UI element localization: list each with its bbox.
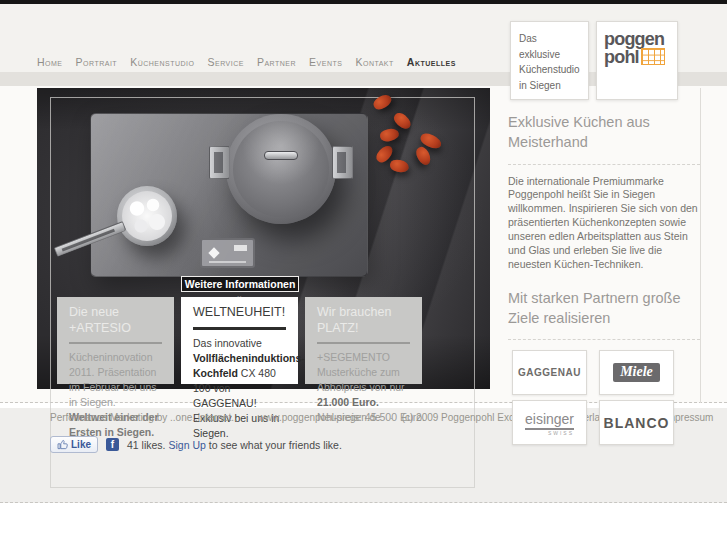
teaser-body: +SEGEMENTO Musterküche zum Abholpreis vo…	[317, 351, 405, 393]
blanco-logo: BLANCO	[604, 415, 670, 431]
teaser-rule	[69, 342, 162, 344]
eisinger-swiss-label: swiss	[525, 430, 574, 436]
likes-suffix-text: to see what your friends like.	[209, 439, 342, 451]
pepper-icon	[371, 92, 393, 112]
pepper-icon	[389, 158, 410, 173]
facebook-bar: Like f 41 likes. Sign Up to see what you…	[50, 436, 342, 453]
teaser-title: Die neue +ARTESIO	[69, 305, 162, 336]
teaser-title: WELTNEUHEIT!	[193, 305, 286, 321]
pot-lid-handle	[264, 151, 298, 160]
page: Home Portrait Küchenstudio Service Partn…	[0, 0, 727, 545]
nav-item-events[interactable]: Events	[309, 56, 342, 68]
footer-link-agency[interactable]: Performance Marketing by ..one..internet…	[50, 412, 237, 423]
facebook-icon[interactable]: f	[106, 438, 119, 451]
facebook-like-button[interactable]: Like	[50, 436, 98, 453]
logo-word-poggen: poggen	[604, 31, 670, 48]
pot-lid	[233, 121, 329, 217]
boiling-water	[122, 191, 172, 241]
teaser-artesio[interactable]: Die neue +ARTESIO Kücheninnovation 2011.…	[57, 297, 174, 384]
footer-separator: ·	[246, 413, 249, 423]
nav-item-kuechenstudio[interactable]: Küchenstudio	[130, 56, 194, 68]
thumbs-up-icon	[57, 439, 68, 450]
teaser-platz[interactable]: Wir brauchen PLATZ! +SEGEMENTO Musterküc…	[305, 297, 422, 384]
likes-count-text: 41 likes.	[127, 439, 166, 451]
pepper-icon	[414, 145, 434, 167]
teaser-rule	[317, 342, 410, 344]
teaser-body: Kücheninnovation 2011. Präsentation im F…	[69, 351, 157, 408]
more-information-button[interactable]: Weitere Informationen »	[181, 276, 299, 292]
pot-grip-left	[209, 146, 230, 179]
sidebar-heading-meisterhand: Exklusive Küchen aus Meisterhand	[508, 112, 700, 153]
studio-tagline: Das exklusive Küchenstudio in Siegen	[519, 33, 580, 91]
sidebar-divider	[508, 164, 700, 165]
partner-logo-grid: GAGGENAU Miele eisinger swiss BLANCO	[512, 350, 700, 445]
sidebar: Exklusive Küchen aus Meisterhand Die int…	[508, 88, 701, 403]
nav-item-service[interactable]: Service	[207, 56, 243, 68]
main-navigation: Home Portrait Küchenstudio Service Partn…	[37, 56, 456, 68]
teaser-title: Wir brauchen PLATZ!	[317, 305, 410, 336]
gaggenau-logo: GAGGENAU	[518, 367, 581, 378]
facebook-signup-link[interactable]: Sign Up	[168, 439, 205, 451]
cooktop-control-panel	[200, 238, 255, 268]
nav-item-portrait[interactable]: Portrait	[76, 56, 118, 68]
like-label: Like	[71, 439, 91, 450]
teaser-rule	[193, 327, 286, 330]
footer-link-domain[interactable]: www.poggenpohl-siegen.de	[258, 412, 381, 423]
covered-pot	[226, 114, 336, 224]
nav-item-kontakt[interactable]: Kontakt	[355, 56, 393, 68]
sidebar-heading-partner: Mit starken Partnern große Ziele realisi…	[508, 288, 700, 329]
miele-logo: Miele	[613, 363, 660, 382]
teaser-weltneuheit[interactable]: WELTNEUHEIT! Das innovative Vollflächeni…	[181, 297, 298, 384]
saucepan	[117, 186, 177, 246]
teaser-body: Das innovative	[193, 337, 262, 349]
pot-grip-right	[332, 146, 353, 179]
logo-grid-icon	[641, 48, 665, 65]
footer-separator: ·	[390, 413, 393, 423]
pepper-icon	[379, 127, 400, 143]
partner-logo-gaggenau[interactable]: GAGGENAU	[512, 350, 587, 395]
teaser-price: 21.000 Euro.	[317, 395, 410, 410]
nav-item-home[interactable]: Home	[37, 56, 63, 68]
nav-item-partner[interactable]: Partner	[257, 56, 296, 68]
partner-logo-eisinger[interactable]: eisinger swiss	[512, 400, 587, 445]
partner-logo-miele[interactable]: Miele	[599, 350, 674, 395]
partner-logo-blanco[interactable]: BLANCO	[599, 400, 674, 445]
nav-item-aktuelles[interactable]: Aktuelles	[407, 56, 456, 68]
sidebar-intro-text: Die internationale Premiummarke Poggenpo…	[508, 175, 700, 272]
eisinger-logo: eisinger	[525, 411, 574, 430]
logo-word-pohl: pohl	[604, 49, 639, 66]
sidebar-divider	[508, 339, 700, 340]
